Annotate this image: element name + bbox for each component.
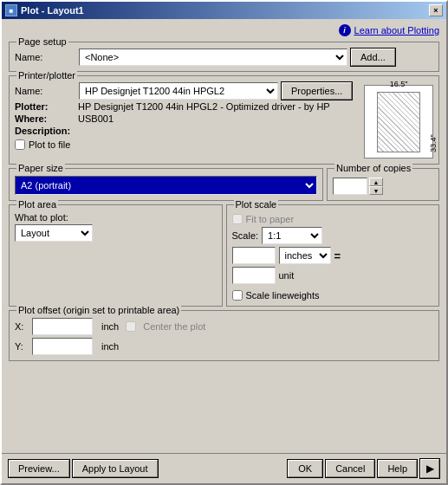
copies-box: 1 ▲ ▼ <box>333 172 433 195</box>
description-label: Description: <box>15 126 75 136</box>
add-button[interactable]: Add... <box>351 48 395 66</box>
copies-label: Number of copies <box>334 163 412 173</box>
fit-to-paper-label: Fit to paper <box>246 214 295 224</box>
cancel-button[interactable]: Cancel <box>326 460 374 477</box>
copies-input[interactable]: 1 <box>333 178 367 195</box>
what-to-plot-select[interactable]: Layout <box>15 224 93 242</box>
unit2-text: unit <box>279 270 295 281</box>
scale-input1[interactable]: 1 <box>232 247 276 264</box>
footer-right: OK Cancel Help ▶ <box>288 459 439 478</box>
printer-name-select[interactable]: HP Designjet T1200 44in HPGL2 <box>79 82 278 100</box>
paper-size-select[interactable]: A2 (portrait) <box>15 176 317 195</box>
y-label: Y: <box>15 341 25 352</box>
where-label: Where: <box>15 113 75 124</box>
copies-group: Number of copies 1 ▲ ▼ <box>327 168 439 201</box>
x-unit: inch <box>101 321 119 332</box>
plotter-value: HP Designjet T1200 44in HPGL2 - Optimize… <box>78 101 330 112</box>
printer-plotter-group: Printer/plotter Name: HP Designjet T1200… <box>9 75 439 165</box>
help-button[interactable]: Help <box>378 460 417 477</box>
page-setup-name-label: Name: <box>15 52 75 62</box>
where-value: USB001 <box>78 113 114 124</box>
page-setup-label: Page setup <box>16 36 68 47</box>
equals-sign: = <box>334 249 341 262</box>
paper-size-group: Paper size A2 (portrait) <box>9 168 323 201</box>
plot-scale-label: Plot scale <box>234 199 279 210</box>
fit-to-paper-row: Fit to paper <box>232 214 434 224</box>
page-setup-group: Page setup Name: <None> Add... <box>9 42 439 72</box>
paper-size-label: Paper size <box>16 163 65 173</box>
fit-to-paper-checkbox <box>232 214 243 224</box>
where-row: Where: USB001 <box>15 113 352 124</box>
dialog-content: i Learn about Plotting Page setup Name: … <box>2 19 446 453</box>
printer-name-label: Name: <box>15 86 75 96</box>
copies-down-button[interactable]: ▼ <box>369 186 383 195</box>
footer-left: Preview... Apply to Layout <box>9 460 158 477</box>
page-setup-name-row: Name: <None> Add... <box>15 48 433 66</box>
offset-row: X: 0.000000 inch Center the plot <box>15 318 433 335</box>
properties-button[interactable]: Properties... <box>282 82 352 100</box>
main-window: ■ Plot - Layout1 × i Learn about Plottin… <box>0 0 448 485</box>
title-bar: ■ Plot - Layout1 × <box>2 2 446 19</box>
y-unit: inch <box>101 341 119 352</box>
plot-scale-group: Plot scale Fit to paper Scale: 1:1 1 <box>226 204 440 307</box>
plotter-row: Plotter: HP Designjet T1200 44in HPGL2 -… <box>15 101 352 112</box>
x-label: X: <box>15 321 25 332</box>
page-setup-name-select[interactable]: <None> <box>79 48 347 66</box>
plot-to-file-checkbox[interactable] <box>15 139 25 150</box>
scale-input-row: 1 inches = <box>232 247 434 264</box>
paper-copies-row: Paper size A2 (portrait) Number of copie… <box>9 168 439 201</box>
preview-paper <box>377 92 420 152</box>
scale-lineweights-checkbox[interactable] <box>232 290 243 301</box>
printer-plotter-label: Printer/plotter <box>16 70 77 81</box>
printer-name-row: Name: HP Designjet T1200 44in HPGL2 Prop… <box>15 82 352 100</box>
scale-lineweights-label: Scale lineweights <box>246 290 320 301</box>
preview-button[interactable]: Preview... <box>9 460 69 477</box>
copies-spinner-buttons: ▲ ▼ <box>369 178 383 195</box>
center-plot-checkbox <box>126 321 136 332</box>
preview-height-label: 33.4" <box>429 92 438 152</box>
description-row: Description: <box>15 126 352 136</box>
plot-offset-label: Plot offset (origin set to printable are… <box>16 305 181 315</box>
ok-button[interactable]: OK <box>288 460 322 477</box>
info-icon: i <box>339 24 351 36</box>
learn-link[interactable]: Learn about Plotting <box>354 25 439 36</box>
window-title: Plot - Layout1 <box>21 5 84 16</box>
scale-input2[interactable]: 1 <box>232 267 276 284</box>
top-link-row: i Learn about Plotting <box>9 24 439 36</box>
nav-button[interactable]: ▶ <box>420 459 439 478</box>
preview-paper-container: 16.5" 33.4" <box>377 92 420 152</box>
printer-preview: 16.5" 33.4" <box>364 85 433 158</box>
scale-row: Scale: 1:1 <box>232 227 434 244</box>
footer: Preview... Apply to Layout OK Cancel Hel… <box>2 453 446 483</box>
scale-select[interactable]: 1:1 <box>262 227 322 244</box>
plot-to-file-row: Plot to file <box>15 139 352 150</box>
y-row: Y: 0.000000 inch <box>15 338 433 355</box>
plot-to-file-label: Plot to file <box>29 139 70 150</box>
plotter-label: Plotter: <box>15 101 75 112</box>
preview-width-label: 16.5" <box>377 80 420 88</box>
window-icon: ■ <box>5 4 17 16</box>
copies-up-button[interactable]: ▲ <box>369 178 383 186</box>
printer-preview-container: 16.5" 33.4" <box>355 80 433 158</box>
plot-area-scale-row: Plot area What to plot: Layout Plot scal… <box>9 204 439 307</box>
copies-spinner: 1 ▲ ▼ <box>333 178 433 195</box>
plot-area-label: Plot area <box>16 199 58 210</box>
scale-label: Scale: <box>232 230 259 241</box>
printer-plotter-info: Name: HP Designjet T1200 44in HPGL2 Prop… <box>15 80 352 158</box>
apply-to-layout-button[interactable]: Apply to Layout <box>73 460 158 477</box>
what-to-plot-container: What to plot: Layout <box>15 212 217 242</box>
y-input[interactable]: 0.000000 <box>32 338 93 355</box>
title-bar-left: ■ Plot - Layout1 <box>5 4 84 16</box>
what-to-plot-label: What to plot: <box>15 212 217 223</box>
scale-lineweights-row: Scale lineweights <box>232 290 434 301</box>
close-button[interactable]: × <box>429 4 443 16</box>
unit-select[interactable]: inches <box>279 247 331 264</box>
center-plot-label: Center the plot <box>143 321 205 332</box>
scale-section: Fit to paper Scale: 1:1 1 inches = <box>232 210 434 301</box>
scale-unit-row: 1 unit <box>232 267 434 284</box>
x-input[interactable]: 0.000000 <box>32 318 93 335</box>
plot-area-group: Plot area What to plot: Layout <box>9 204 223 307</box>
title-buttons: × <box>429 4 443 16</box>
plot-offset-group: Plot offset (origin set to printable are… <box>9 310 439 361</box>
